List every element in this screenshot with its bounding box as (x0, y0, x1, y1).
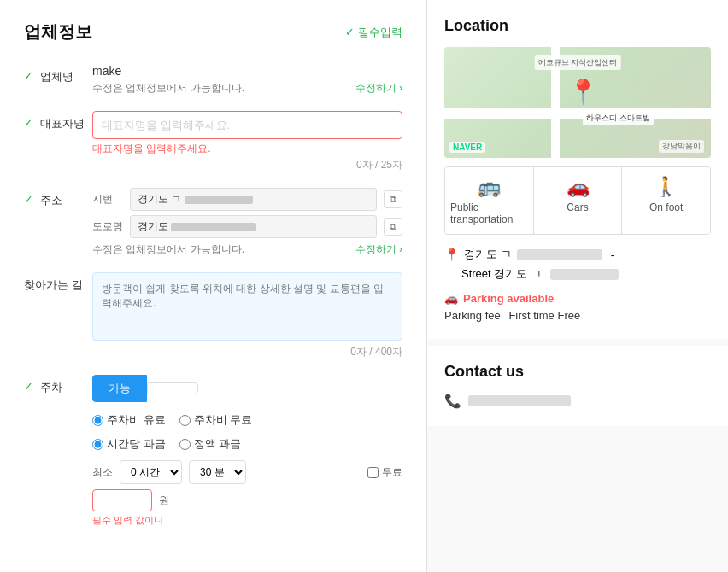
jibun-copy-btn[interactable]: ⧉ (384, 190, 402, 208)
map-top-label: 에코큐브 지식산업센터 (535, 55, 621, 70)
contact-section: Contact us 📞 (427, 346, 728, 426)
doroname-row: 도로명 경기도 ⧉ (92, 215, 402, 238)
parking-fee-type: 주차비 유료 주차비 무료 (92, 412, 402, 428)
parking-free-option[interactable]: 주차비 무료 (179, 412, 253, 428)
address-edit-note: 수정은 업체정보에서 가능합니다. (92, 242, 244, 257)
map-road-h (444, 108, 711, 119)
directions-label: 찾아가는 길 (24, 272, 92, 293)
parking-fee-value: First time Free (508, 309, 580, 322)
jibun-value: 경기도 ㄱ (130, 188, 377, 211)
car-parking-icon: 🚗 (444, 292, 458, 305)
tab-public-transit-label: Public transportation (450, 201, 528, 225)
location-title: Location (444, 17, 711, 35)
hour-select[interactable]: 0 시간 1 시간 (120, 460, 182, 484)
map-pin: 📍 (568, 78, 598, 106)
naver-label: NAVER (449, 142, 485, 153)
rep-name-content: 대표자명을 입력해주세요. 0자 / 25자 (92, 111, 402, 172)
addr-line1-blur (517, 249, 602, 260)
parking-info: 🚗 Parking available Parking fee First ti… (444, 292, 711, 322)
directions-row: 찾아가는 길 0자 / 400자 (24, 272, 402, 359)
tab-public-transit[interactable]: 🚌 Public transportation (445, 167, 534, 234)
contact-row: 📞 (444, 393, 711, 409)
fee-options-row: 시간당 과금 정액 과금 (92, 436, 402, 452)
parking-label: ✓ 주차 (24, 375, 92, 395)
tab-cars[interactable]: 🚗 Cars (534, 167, 623, 234)
map-corner-label: 강남막음이 (659, 140, 704, 153)
parking-paid-option[interactable]: 주차비 유료 (92, 412, 166, 428)
company-edit-row: 수정은 업체정보에서 가능합니다. 수정하기 › (92, 81, 402, 96)
rep-error-text: 대표자명을 입력해주세요. (92, 142, 402, 156)
addr-line1-text: 경기도 ㄱ (464, 247, 512, 262)
fee-amount-input[interactable] (92, 489, 152, 511)
free-checkbox-label[interactable]: 무료 (367, 465, 402, 480)
parking-off-btn[interactable] (147, 382, 198, 394)
contact-title: Contact us (444, 363, 711, 381)
transport-tabs: 🚌 Public transportation 🚗 Cars 🚶 On foot (444, 166, 711, 235)
location-section: Location 에코큐브 지식산업센터 📍 하우스디 스마트빌 NAVER 강… (427, 0, 728, 339)
addr-display-row2: Street 경기도 ㄱ (444, 266, 711, 282)
jibun-blur (185, 196, 253, 204)
addr-line2-blur (550, 269, 619, 280)
map-container: 에코큐브 지식산업센터 📍 하우스디 스마트빌 NAVER 강남막음이 (444, 47, 711, 158)
jibun-type: 지번 (92, 192, 123, 207)
check-icon-company: ✓ (24, 69, 33, 82)
right-panel: Location 에코큐브 지식산업센터 📍 하우스디 스마트빌 NAVER 강… (427, 0, 728, 572)
directions-textarea[interactable] (92, 272, 402, 341)
check-icon-address: ✓ (24, 193, 33, 206)
parking-free-label: 주차비 무료 (194, 412, 253, 428)
hourly-option[interactable]: 시간당 과금 (92, 436, 166, 452)
company-edit-link[interactable]: 수정하기 › (355, 81, 402, 96)
parking-toggle: 가능 (92, 375, 402, 402)
parking-on-btn[interactable]: 가능 (92, 375, 147, 402)
parking-paid-label: 주차비 유료 (107, 412, 166, 428)
hourly-label: 시간당 과금 (107, 436, 166, 452)
left-panel: 업체정보 ✓ 필수입력 ✓ 업체명 make 수정은 업체정보에서 가능합니다.… (0, 0, 427, 572)
company-name-row: ✓ 업체명 make 수정은 업체정보에서 가능합니다. 수정하기 › (24, 64, 402, 96)
address-edit-row: 수정은 업체정보에서 가능합니다. 수정하기 › (92, 242, 402, 257)
flat-option[interactable]: 정액 과금 (179, 436, 242, 452)
parking-fee-row: Parking fee First time Free (444, 309, 711, 322)
tab-on-foot-label: On foot (649, 201, 683, 213)
won-label: 원 (159, 493, 169, 508)
doroname-copy-btn[interactable]: ⧉ (384, 218, 402, 236)
parking-fee-label: Parking fee (444, 309, 501, 322)
parking-content: 가능 주차비 유료 주차비 무료 시간당 과금 (92, 375, 402, 527)
check-icon-rep: ✓ (24, 116, 33, 129)
tab-on-foot[interactable]: 🚶 On foot (622, 167, 710, 234)
address-content: 지번 경기도 ㄱ ⧉ 도로명 경기도 ⧉ 수정은 업체정보에서 가능합니다. 수… (92, 188, 402, 257)
map-bg: 에코큐브 지식산업센터 📍 하우스디 스마트빌 NAVER 강남막음이 (444, 47, 711, 158)
company-name-label: ✓ 업체명 (24, 64, 92, 85)
min-label: 최소 (92, 465, 113, 480)
rep-name-row: ✓ 대표자명 대표자명을 입력해주세요. 0자 / 25자 (24, 111, 402, 172)
addr-display-row1: 📍 경기도 ㄱ - (444, 247, 711, 262)
min-select[interactable]: 30 분 10 분 15 분 (189, 460, 246, 484)
won-row: 원 (92, 489, 402, 511)
bus-icon: 🚌 (478, 176, 501, 198)
contact-phone-blur (468, 395, 571, 406)
address-label: ✓ 주소 (24, 188, 92, 208)
panel-title: 업체정보 (24, 20, 92, 44)
doroname-blur (171, 223, 256, 231)
doroname-type: 도로명 (92, 219, 123, 234)
company-name-content: make 수정은 업체정보에서 가능합니다. 수정하기 › (92, 64, 402, 96)
parking-required-error: 필수 입력 값이니 (92, 514, 402, 527)
company-edit-note: 수정은 업체정보에서 가능합니다. (92, 81, 244, 96)
required-label: ✓ 필수입력 (345, 25, 402, 40)
addr-street-label: Street 경기도 ㄱ (461, 266, 542, 282)
parking-row: ✓ 주차 가능 주차비 유료 주차비 무료 시간 (24, 375, 402, 527)
check-icon-parking: ✓ (24, 380, 33, 393)
address-edit-link[interactable]: 수정하기 › (355, 242, 402, 257)
free-label: 무료 (382, 465, 402, 480)
rep-name-input[interactable] (92, 111, 402, 139)
map-sub-label: 하우스디 스마트빌 (583, 111, 654, 125)
directions-content: 0자 / 400자 (92, 272, 402, 359)
free-checkbox[interactable] (367, 467, 379, 478)
tab-cars-label: Cars (567, 201, 588, 213)
company-name-value: make (92, 64, 402, 78)
walk-icon: 🚶 (655, 176, 678, 198)
location-pin-icon: 📍 (444, 248, 459, 261)
car-icon: 🚗 (567, 176, 590, 198)
doroname-value: 경기도 (130, 215, 377, 238)
jibun-row: 지번 경기도 ㄱ ⧉ (92, 188, 402, 211)
phone-icon: 📞 (444, 393, 461, 409)
